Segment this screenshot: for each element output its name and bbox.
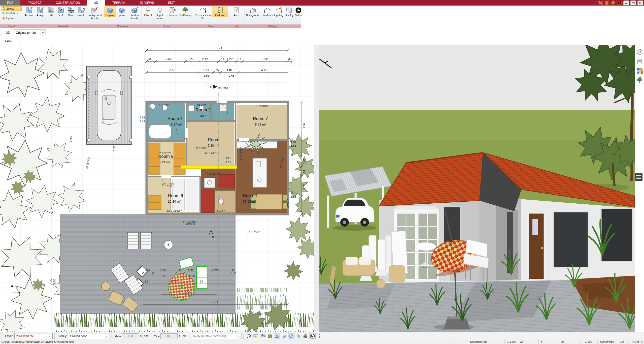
render-3d-canvas[interactable] bbox=[319, 45, 635, 332]
north-icon[interactable] bbox=[309, 333, 316, 339]
tab-edit[interactable]: EDIT bbox=[161, 0, 182, 6]
room-7-floor[interactable] bbox=[236, 105, 287, 139]
parasol-plan[interactable] bbox=[168, 274, 195, 300]
more-handle-icon[interactable] bbox=[316, 333, 323, 339]
move-button[interactable]: Move bbox=[66, 6, 76, 17]
area-info-icon bbox=[233, 7, 240, 14]
rails-icon[interactable] bbox=[281, 333, 287, 339]
dim: 2.33⁵ bbox=[70, 135, 73, 142]
shadows-update-button[interactable]: Update bbox=[116, 6, 128, 17]
dim: 62 bbox=[179, 269, 182, 272]
settings-background-button[interactable]: Background bbox=[245, 6, 261, 17]
maximize-button[interactable] bbox=[630, 1, 636, 5]
chevron-down-icon[interactable] bbox=[47, 334, 52, 338]
floor-plan-canvas[interactable]: 10.71 33 2.62⁵ 25 2.12 14 1.22⁵ 14 3.54⁵… bbox=[0, 45, 314, 332]
dim: 1.51 bbox=[140, 119, 145, 122]
acquire-button[interactable]: Acquire bbox=[23, 6, 35, 17]
bitmap3d-button[interactable]: 3D-Bitmap bbox=[178, 6, 192, 17]
multiple-button[interactable]: Multiple bbox=[1, 11, 22, 16]
dy-spinner[interactable] bbox=[178, 333, 181, 339]
shadows-display-button[interactable]: Display bbox=[104, 6, 116, 17]
camera-small-icon[interactable] bbox=[260, 333, 266, 339]
help-icon[interactable] bbox=[617, 1, 622, 5]
layer-plane-icon[interactable] bbox=[288, 333, 294, 339]
pane-splitter[interactable] bbox=[314, 45, 320, 332]
materials-icon[interactable] bbox=[636, 67, 643, 74]
dy-input[interactable]: 0.0 bbox=[160, 333, 178, 339]
dim: BRH 35 bbox=[186, 222, 196, 225]
select-button[interactable]: Select bbox=[1, 6, 22, 11]
background-brush-button[interactable]: Background brush bbox=[87, 6, 103, 20]
chevron-down-icon[interactable] bbox=[104, 334, 109, 338]
panel-handle[interactable] bbox=[635, 173, 642, 181]
objects-icon[interactable] bbox=[611, 1, 616, 5]
options-button[interactable]: Options bbox=[1, 16, 22, 20]
background-brush-icon bbox=[91, 7, 98, 14]
contours-icon[interactable] bbox=[295, 333, 301, 339]
scale-button[interactable]: Scale bbox=[56, 6, 66, 17]
carport-plan[interactable] bbox=[86, 66, 132, 144]
light-source-button[interactable]: Light source bbox=[154, 6, 166, 20]
dining-table[interactable] bbox=[256, 194, 282, 209]
tab-3d[interactable]: 3D bbox=[87, 0, 105, 6]
insert-object-button[interactable]: Object bbox=[142, 6, 154, 17]
tab-terrain[interactable]: TERRAIN bbox=[105, 0, 132, 6]
dim: 11' 7 7/32"⁵ bbox=[247, 230, 261, 233]
clock-icon[interactable] bbox=[246, 333, 252, 339]
toolbar-grip[interactable] bbox=[1, 333, 3, 339]
settings-display-button[interactable]: Display bbox=[284, 6, 294, 17]
screen-star-icon[interactable] bbox=[253, 333, 259, 339]
grid-icon[interactable] bbox=[302, 333, 309, 339]
tab-construction[interactable]: CONSTRUCTION bbox=[49, 0, 87, 6]
object-box-icon[interactable] bbox=[267, 333, 273, 339]
window-dark-far-right[interactable] bbox=[601, 208, 633, 262]
terrace-plan[interactable] bbox=[61, 214, 235, 314]
terrain-selector[interactable]: Original terrain bbox=[14, 29, 46, 36]
sink[interactable] bbox=[150, 104, 155, 109]
rotate-button[interactable]: Rotate bbox=[76, 6, 86, 17]
area-button[interactable]: Area bbox=[230, 6, 243, 17]
cross-section-button[interactable]: Cross section 3D bbox=[193, 6, 212, 20]
selected-wall-highlight[interactable] bbox=[181, 165, 237, 169]
tab-file[interactable]: FILE bbox=[0, 0, 20, 6]
status-unit[interactable]: Centimetre bbox=[597, 339, 617, 344]
plants-icon[interactable] bbox=[636, 77, 643, 84]
tab-2d-views[interactable]: 2D VIEWS bbox=[132, 0, 161, 6]
toolbar-grip[interactable] bbox=[1, 30, 3, 36]
video-play-icon bbox=[295, 7, 302, 14]
coord-mode-selector[interactable]: dx,dy (relative cartesian) bbox=[191, 333, 242, 339]
dim: 3.27⁵ bbox=[113, 144, 116, 151]
storey-selector[interactable]: Ground floor bbox=[68, 333, 110, 339]
dim: 33 bbox=[148, 57, 151, 60]
layer-selector[interactable]: 2D-Elemente bbox=[14, 333, 53, 339]
chevron-down-icon[interactable] bbox=[41, 30, 46, 35]
status-ein[interactable]: Ein bbox=[617, 339, 627, 344]
catalog-icon[interactable] bbox=[604, 1, 609, 5]
settings-shadows-button[interactable]: Shadows bbox=[261, 6, 273, 17]
tab-project[interactable]: PROJECT bbox=[20, 0, 49, 6]
camera-button[interactable]: Camera bbox=[166, 6, 178, 17]
dx-spinner[interactable] bbox=[139, 333, 143, 339]
layers-icon[interactable] bbox=[636, 49, 643, 56]
video-button[interactable]: Video bbox=[294, 6, 303, 17]
tools-icon[interactable] bbox=[598, 1, 603, 5]
assign-button[interactable]: Assign bbox=[35, 6, 46, 17]
render-3d-pane[interactable] bbox=[319, 45, 635, 332]
entry-door[interactable] bbox=[525, 212, 548, 283]
close-button[interactable] bbox=[637, 1, 643, 5]
chevron-down-icon[interactable] bbox=[236, 334, 241, 338]
window-dark-right[interactable] bbox=[553, 212, 588, 268]
bathtub[interactable] bbox=[149, 124, 171, 139]
dx-input[interactable]: 0.0 bbox=[122, 333, 139, 339]
floor-plan-pane[interactable]: 10.71 33 2.62⁵ 25 2.12 14 1.22⁵ 14 3.54⁵… bbox=[0, 45, 314, 332]
status-scale[interactable]: 1:100 bbox=[580, 339, 597, 344]
dim: BRH 75 bbox=[197, 104, 206, 107]
car-top-view[interactable] bbox=[95, 71, 123, 140]
angle-snap-icon[interactable] bbox=[274, 333, 280, 339]
minimize-button[interactable] bbox=[623, 1, 629, 5]
edit-material-button[interactable]: Edit bbox=[46, 6, 56, 17]
furniture-icon[interactable] bbox=[636, 58, 643, 65]
settings-lighting-button[interactable]: Lighting bbox=[273, 6, 284, 17]
shadow-brush-button[interactable]: Shadow brush bbox=[128, 6, 141, 20]
collision-button[interactable]: Collision bbox=[212, 6, 228, 17]
